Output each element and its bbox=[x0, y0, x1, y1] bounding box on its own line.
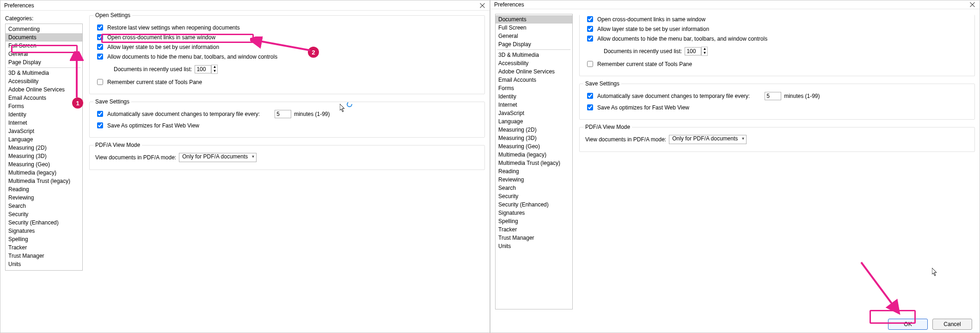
categories-list[interactable]: Commenting Documents Full Screen General… bbox=[5, 24, 83, 271]
layer-state-checkbox[interactable] bbox=[97, 44, 103, 50]
cat-adobe-online[interactable]: Adobe Online Services bbox=[496, 67, 572, 76]
autosave-minutes-input[interactable] bbox=[765, 92, 781, 100]
cat-search[interactable]: Search bbox=[6, 202, 82, 210]
cat-search[interactable]: Search bbox=[496, 184, 572, 192]
cat-multimedia-trust[interactable]: Multimedia Trust (legacy) bbox=[496, 159, 572, 167]
recents-spinner[interactable]: ▲▼ bbox=[211, 65, 218, 74]
cat-email-accounts[interactable]: Email Accounts bbox=[6, 94, 82, 102]
cat-multimedia-legacy[interactable]: Multimedia (legacy) bbox=[496, 151, 572, 159]
cat-tracker[interactable]: Tracker bbox=[6, 243, 82, 252]
pdfa-label: View documents in PDF/A mode: bbox=[585, 136, 666, 143]
cat-full-screen[interactable]: Full Screen bbox=[496, 24, 572, 32]
cat-trust-manager[interactable]: Trust Manager bbox=[6, 252, 82, 260]
autosave-checkbox[interactable] bbox=[587, 93, 593, 99]
cat-security[interactable]: Security bbox=[496, 192, 572, 200]
cat-security[interactable]: Security bbox=[6, 210, 82, 218]
cat-identity[interactable]: Identity bbox=[496, 92, 572, 101]
cat-measuring-geo[interactable]: Measuring (Geo) bbox=[496, 142, 572, 151]
cat-javascript[interactable]: JavaScript bbox=[6, 127, 82, 135]
cat-3d-multimedia[interactable]: 3D & Multimedia bbox=[496, 51, 572, 59]
pdfa-select[interactable]: Only for PDF/A documents bbox=[179, 153, 257, 162]
cat-accessibility[interactable]: Accessibility bbox=[6, 77, 82, 85]
cat-measuring-2d[interactable]: Measuring (2D) bbox=[6, 144, 82, 152]
cat-reviewing[interactable]: Reviewing bbox=[496, 176, 572, 184]
cat-page-display[interactable]: Page Display bbox=[496, 40, 572, 48]
cat-documents[interactable]: Documents bbox=[6, 33, 82, 42]
cat-internet[interactable]: Internet bbox=[6, 119, 82, 127]
cat-spelling[interactable]: Spelling bbox=[6, 235, 82, 243]
cross-doc-links-checkbox[interactable] bbox=[587, 16, 593, 22]
recents-input[interactable] bbox=[195, 65, 211, 73]
cat-measuring-3d[interactable]: Measuring (3D) bbox=[6, 152, 82, 160]
dialog-footer: OK Cancel bbox=[490, 314, 980, 333]
cat-identity[interactable]: Identity bbox=[6, 110, 82, 119]
autosave-minutes-input[interactable] bbox=[275, 110, 291, 118]
recents-spinner[interactable]: ▲▼ bbox=[701, 47, 708, 56]
cat-email-accounts[interactable]: Email Accounts bbox=[496, 76, 572, 84]
cat-language[interactable]: Language bbox=[496, 117, 572, 126]
remember-tools-label: Remember current state of Tools Pane bbox=[107, 79, 202, 85]
close-icon[interactable] bbox=[969, 1, 976, 8]
cat-multimedia-legacy[interactable]: Multimedia (legacy) bbox=[6, 169, 82, 177]
remember-tools-checkbox[interactable] bbox=[97, 79, 103, 85]
cat-internet[interactable]: Internet bbox=[496, 101, 572, 109]
restore-last-view-checkbox[interactable] bbox=[97, 24, 103, 30]
categories-column: Categories: Commenting Documents Full Sc… bbox=[5, 15, 83, 328]
hide-menu-checkbox[interactable] bbox=[587, 36, 593, 42]
ok-button[interactable]: OK bbox=[888, 319, 928, 330]
cat-language[interactable]: Language bbox=[6, 135, 82, 144]
hide-menu-label: Allow documents to hide the menu bar, to… bbox=[597, 36, 767, 42]
cat-tracker[interactable]: Tracker bbox=[496, 225, 572, 234]
pdfa-label: View documents in PDF/A mode: bbox=[95, 154, 176, 161]
autosave-checkbox[interactable] bbox=[97, 111, 103, 117]
cat-general[interactable]: General bbox=[496, 32, 572, 40]
cat-general[interactable]: General bbox=[6, 50, 82, 58]
cat-reviewing[interactable]: Reviewing bbox=[6, 194, 82, 202]
titlebar: Preferences bbox=[490, 0, 980, 9]
open-settings-group: Open Settings Restore last view settings… bbox=[89, 15, 485, 94]
cat-trust-manager[interactable]: Trust Manager bbox=[496, 234, 572, 242]
cat-security-enhanced[interactable]: Security (Enhanced) bbox=[6, 218, 82, 227]
cat-signatures[interactable]: Signatures bbox=[6, 227, 82, 235]
cat-measuring-2d[interactable]: Measuring (2D) bbox=[496, 126, 572, 134]
cat-spelling[interactable]: Spelling bbox=[496, 217, 572, 225]
cat-multimedia-trust[interactable]: Multimedia Trust (legacy) bbox=[6, 177, 82, 185]
cat-measuring-3d[interactable]: Measuring (3D) bbox=[496, 134, 572, 142]
recents-input[interactable] bbox=[685, 47, 701, 55]
cat-reading[interactable]: Reading bbox=[496, 167, 572, 176]
pdfa-select[interactable]: Only for PDF/A documents bbox=[669, 135, 747, 144]
cat-accessibility[interactable]: Accessibility bbox=[496, 59, 572, 67]
recents-label: Documents in recently used list: bbox=[604, 48, 682, 54]
window-title: Preferences bbox=[494, 1, 524, 8]
cat-units[interactable]: Units bbox=[6, 260, 82, 268]
cat-page-display[interactable]: Page Display bbox=[6, 58, 82, 67]
fast-web-checkbox[interactable] bbox=[587, 104, 593, 110]
cat-documents[interactable]: Documents bbox=[496, 15, 572, 24]
titlebar: Preferences bbox=[0, 0, 490, 11]
cat-units[interactable]: Units bbox=[496, 242, 572, 250]
cat-adobe-online[interactable]: Adobe Online Services bbox=[6, 85, 82, 94]
cross-doc-links-checkbox[interactable] bbox=[97, 34, 103, 40]
cat-forms[interactable]: Forms bbox=[6, 102, 82, 110]
cat-security-enhanced[interactable]: Security (Enhanced) bbox=[496, 200, 572, 209]
cat-signatures[interactable]: Signatures bbox=[496, 209, 572, 217]
categories-list[interactable]: Documents Full Screen General Page Displ… bbox=[495, 14, 573, 309]
hide-menu-checkbox[interactable] bbox=[97, 54, 103, 60]
cat-reading[interactable]: Reading bbox=[6, 185, 82, 194]
cat-commenting[interactable]: Commenting bbox=[6, 25, 82, 33]
layer-state-checkbox[interactable] bbox=[587, 26, 593, 32]
close-icon[interactable] bbox=[479, 2, 486, 9]
cancel-button[interactable]: Cancel bbox=[932, 319, 972, 330]
pdfa-title: PDF/A View Mode bbox=[93, 142, 142, 148]
cross-doc-links-label: Open cross-document links in same window bbox=[597, 16, 705, 23]
fast-web-checkbox[interactable] bbox=[97, 122, 103, 128]
cat-full-screen[interactable]: Full Screen bbox=[6, 42, 82, 50]
cat-forms[interactable]: Forms bbox=[496, 84, 572, 92]
autosave-minutes-suffix: minutes (1-99) bbox=[294, 111, 330, 117]
pdfa-title: PDF/A View Mode bbox=[583, 124, 632, 130]
cat-measuring-geo[interactable]: Measuring (Geo) bbox=[6, 160, 82, 169]
cat-3d-multimedia[interactable]: 3D & Multimedia bbox=[6, 69, 82, 77]
settings-column: Open Settings Restore last view settings… bbox=[89, 15, 485, 328]
remember-tools-checkbox[interactable] bbox=[587, 61, 593, 67]
cat-javascript[interactable]: JavaScript bbox=[496, 109, 572, 117]
